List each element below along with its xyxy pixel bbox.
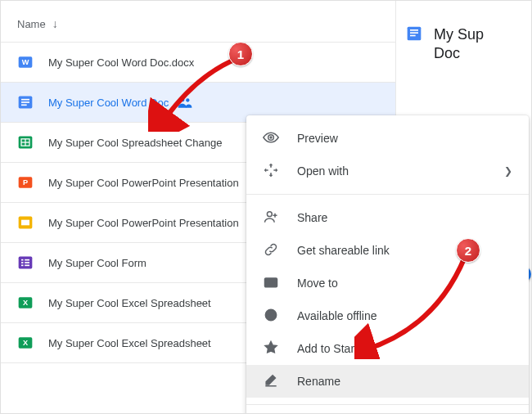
details-title: My SupDoc: [434, 25, 484, 64]
svg-text:P: P: [23, 178, 28, 187]
callout-number: 1: [228, 42, 253, 66]
menu-preview[interactable]: Preview: [246, 122, 529, 155]
eye-icon: [263, 129, 279, 148]
menu-separator: [246, 404, 529, 405]
powerpoint-file-icon: P: [17, 174, 34, 191]
open-with-icon: [263, 162, 279, 181]
menu-separator: [246, 194, 529, 195]
svg-rect-5: [21, 105, 27, 106]
svg-rect-18: [25, 259, 29, 261]
column-header-name[interactable]: Name ↓: [1, 9, 395, 43]
menu-label: Rename: [297, 375, 340, 388]
svg-text:W: W: [22, 58, 29, 66]
svg-text:X: X: [23, 299, 29, 307]
svg-rect-29: [410, 32, 418, 34]
svg-rect-19: [21, 262, 24, 263]
svg-rect-28: [410, 29, 418, 31]
menu-label: Move to: [297, 277, 338, 290]
svg-rect-17: [21, 259, 24, 261]
forms-file-icon: [17, 254, 34, 271]
file-name: My Super Cool PowerPoint Presentation: [48, 217, 239, 229]
docs-file-icon: [406, 25, 422, 42]
chevron-right-icon: ❯: [504, 165, 512, 177]
svg-rect-22: [25, 265, 29, 267]
annotation-arrow-2: [354, 253, 485, 359]
svg-rect-15: [21, 220, 29, 226]
offline-icon: [263, 307, 279, 326]
link-icon: [263, 241, 279, 260]
annotation-callout-2: 2: [456, 238, 480, 263]
sheets-file-icon: [17, 134, 34, 151]
callout-number: 2: [456, 238, 480, 263]
svg-point-31: [269, 136, 272, 138]
menu-share[interactable]: Share: [246, 201, 529, 234]
svg-rect-30: [410, 35, 416, 37]
star-icon: [263, 340, 279, 358]
slides-file-icon: [17, 214, 34, 231]
file-name: My Super Cool PowerPoint Presentation: [48, 177, 239, 189]
person-add-icon: [263, 209, 279, 227]
excel-file-icon: X: [17, 335, 34, 351]
menu-label: Share: [297, 211, 327, 224]
menu-label: Add to Star: [297, 342, 354, 355]
move-to-icon: [263, 274, 279, 293]
menu-label: Preview: [297, 132, 338, 145]
pencil-icon: [263, 372, 279, 391]
sort-arrow-down-icon: ↓: [52, 17, 58, 30]
word-file-icon: W: [17, 54, 34, 70]
svg-point-32: [267, 211, 272, 216]
docs-file-icon: [17, 94, 34, 110]
file-name: My Super Cool Excel Spreadsheet: [48, 297, 211, 309]
svg-rect-20: [25, 262, 29, 263]
svg-rect-3: [21, 99, 29, 101]
file-name: My Super Cool Excel Spreadsheet: [48, 337, 211, 349]
svg-rect-4: [21, 101, 29, 103]
menu-rename[interactable]: Rename: [246, 365, 529, 398]
svg-text:X: X: [23, 339, 29, 347]
annotation-callout-1: 1: [228, 42, 253, 66]
svg-rect-21: [21, 265, 24, 267]
file-name: My Super Cool Spreadsheet Change: [48, 137, 222, 149]
menu-open-with[interactable]: Open with ❯: [246, 155, 529, 187]
name-header-label: Name: [17, 18, 46, 30]
menu-label: Open with: [297, 164, 349, 178]
file-name: My Super Cool Form: [48, 257, 147, 269]
excel-file-icon: X: [17, 295, 34, 311]
